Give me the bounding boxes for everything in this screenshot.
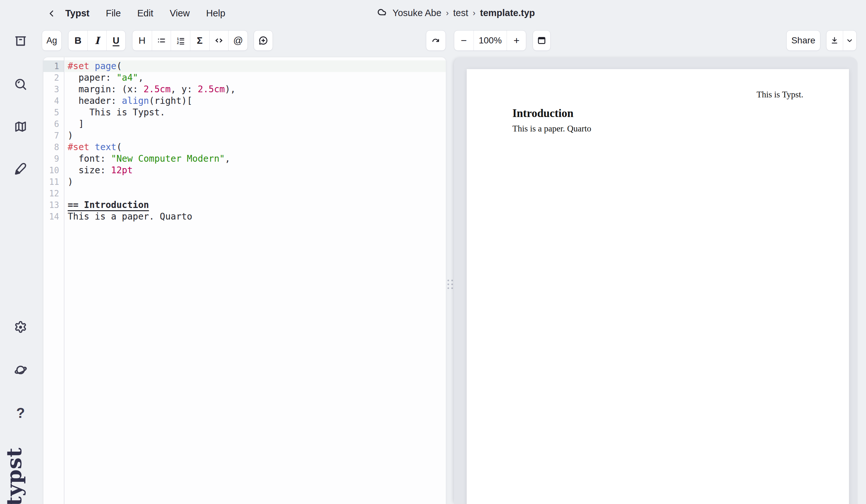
page-view-button[interactable] <box>533 30 551 51</box>
breadcrumb-separator: › <box>445 8 449 18</box>
code-line[interactable]: font: "New Computer Modern", <box>65 153 446 165</box>
menu-view[interactable]: View <box>170 8 190 19</box>
page-view-icon <box>536 35 547 46</box>
mention-button[interactable]: @ <box>228 31 247 51</box>
menu-typst[interactable]: Typst <box>65 8 89 19</box>
download-icon <box>830 36 839 45</box>
code-line[interactable]: header: align(right)[ <box>65 95 446 107</box>
outline-button[interactable] <box>13 119 28 134</box>
code-editor[interactable]: 1234567891011121314 #set page( paper: "a… <box>43 57 446 504</box>
breadcrumb-project[interactable]: test <box>453 8 468 18</box>
planet-icon <box>13 363 27 377</box>
line-number: 2 <box>43 72 64 83</box>
redo-icon <box>431 35 441 46</box>
zoom-in-button[interactable]: + <box>507 31 526 51</box>
line-number: 10 <box>43 165 64 176</box>
code-brackets-icon <box>214 35 224 46</box>
chevron-down-icon <box>845 36 854 45</box>
line-number: 6 <box>43 118 64 130</box>
page-header-text: This is Typst. <box>757 90 803 100</box>
italic-button[interactable]: I <box>87 31 107 51</box>
cloud-icon <box>377 7 388 19</box>
breadcrumb-file[interactable]: template.typ <box>480 8 535 18</box>
code-line[interactable]: ] <box>65 118 446 130</box>
search-button[interactable] <box>13 77 28 92</box>
svg-text:2: 2 <box>177 41 179 45</box>
discover-button[interactable] <box>13 362 28 377</box>
line-number: 12 <box>43 188 64 199</box>
line-number: 5 <box>43 107 64 118</box>
svg-text:1: 1 <box>177 37 179 41</box>
settings-button[interactable] <box>13 320 28 335</box>
back-button[interactable] <box>44 7 58 21</box>
block-format-group: H 1 2 Σ @ <box>132 30 248 51</box>
share-button[interactable]: Share <box>786 30 820 51</box>
add-comment-button[interactable] <box>254 30 273 51</box>
code-line[interactable]: This is Typst. <box>65 107 446 118</box>
inline-format-group: B I U <box>68 30 126 51</box>
code-line[interactable]: #set page( <box>65 60 446 72</box>
comment-plus-icon <box>258 35 268 46</box>
underline-button[interactable]: U <box>107 31 125 51</box>
panel-resize-handle[interactable] <box>447 278 454 291</box>
line-number: 9 <box>43 153 64 165</box>
bullet-list-button[interactable] <box>152 31 171 51</box>
tray-icon <box>13 34 27 48</box>
redo-button[interactable] <box>426 30 446 51</box>
pencil-icon <box>13 161 27 176</box>
gutter: 1234567891011121314 <box>43 57 64 504</box>
breadcrumb: Yosuke Abe › test › template.typ <box>377 7 535 19</box>
question-icon: ? <box>16 406 25 420</box>
bullet-list-icon <box>156 35 167 46</box>
help-button[interactable]: ? <box>13 406 28 421</box>
line-number: 4 <box>43 95 64 107</box>
search-icon <box>13 77 27 91</box>
code-line[interactable]: ) <box>65 130 446 142</box>
typst-logo[interactable]: typst <box>2 447 26 504</box>
sidebar: ? typst <box>0 0 43 504</box>
code-line[interactable]: paper: "a4", <box>65 72 446 83</box>
line-number: 3 <box>43 83 64 95</box>
heading-button[interactable]: H <box>132 31 152 51</box>
edit-tools-button[interactable] <box>13 161 28 176</box>
map-icon <box>13 120 27 134</box>
export-split-button <box>826 30 857 51</box>
menu-help[interactable]: Help <box>206 8 225 19</box>
gear-icon <box>13 320 27 334</box>
numbered-list-button[interactable]: 1 2 <box>171 31 190 51</box>
text-style-button[interactable]: Ag <box>42 30 62 51</box>
code-line[interactable]: == Introduction <box>65 199 446 211</box>
math-button[interactable]: Σ <box>190 31 209 51</box>
preview-page: This is Typst. Introduction This is a pa… <box>467 69 849 504</box>
preview-pane: This is Typst. Introduction This is a pa… <box>454 57 858 504</box>
line-number: 11 <box>43 176 64 188</box>
download-button[interactable] <box>826 31 843 51</box>
numbered-list-icon: 1 2 <box>176 35 186 46</box>
code-line[interactable]: #set text( <box>65 142 446 153</box>
line-number: 8 <box>43 142 64 153</box>
export-menu-button[interactable] <box>843 31 856 51</box>
zoom-control-group: − 100% + <box>454 30 526 51</box>
page-heading: Introduction <box>512 107 574 120</box>
code-button[interactable] <box>209 31 229 51</box>
line-number: 14 <box>43 211 64 222</box>
menu-edit[interactable]: Edit <box>137 8 153 19</box>
zoom-out-button[interactable]: − <box>454 31 474 51</box>
menu-file[interactable]: File <box>106 8 121 19</box>
files-panel-button[interactable] <box>13 34 28 48</box>
chevron-left-icon <box>46 8 57 19</box>
line-number: 13 <box>43 199 64 211</box>
breadcrumb-owner[interactable]: Yosuke Abe <box>392 8 441 18</box>
code-line[interactable]: ) <box>65 176 446 188</box>
code-line[interactable]: This is a paper. Quarto <box>65 211 446 222</box>
code-lines[interactable]: #set page( paper: "a4", margin: (x: 2.5c… <box>65 57 446 504</box>
page-body-text: This is a paper. Quarto <box>512 124 591 134</box>
line-number: 1 <box>43 60 64 72</box>
line-number: 7 <box>43 130 64 142</box>
code-line[interactable] <box>65 188 446 199</box>
breadcrumb-separator: › <box>473 8 476 18</box>
zoom-level-value[interactable]: 100% <box>474 31 507 51</box>
bold-button[interactable]: B <box>68 31 87 51</box>
code-line[interactable]: size: 12pt <box>65 165 446 176</box>
code-line[interactable]: margin: (x: 2.5cm, y: 2.5cm), <box>65 83 446 95</box>
